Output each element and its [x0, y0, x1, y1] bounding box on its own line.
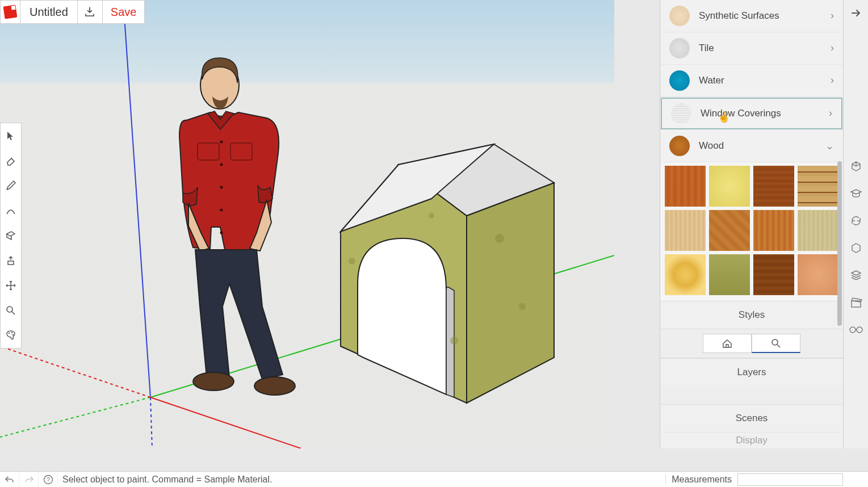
measurements-label: Measurements — [665, 475, 737, 485]
category-water[interactable]: Water › — [660, 65, 843, 97]
svg-point-23 — [193, 372, 234, 391]
help-button[interactable]: ? — [39, 472, 58, 488]
pushpull-tool[interactable] — [1, 248, 21, 273]
zoom-tool[interactable] — [1, 298, 21, 323]
styles-section-header[interactable]: Styles — [660, 301, 843, 329]
collapse-panel-button[interactable] — [849, 6, 863, 20]
wood-texture-1[interactable] — [665, 166, 706, 207]
layers-section-header[interactable]: Layers — [660, 358, 843, 386]
svg-point-28 — [11, 332, 12, 333]
move-icon — [5, 280, 16, 291]
wood-texture-5[interactable] — [665, 210, 706, 251]
pencil-icon — [5, 180, 16, 191]
rectangle-tool[interactable] — [1, 223, 21, 248]
styles-browse-tab[interactable] — [752, 334, 800, 353]
category-window-coverings[interactable]: Window Coverings › — [661, 98, 842, 129]
svg-line-0 — [123, 0, 150, 397]
category-label: Tile — [699, 43, 821, 54]
chevron-right-icon: › — [831, 10, 834, 22]
wood-texture-12[interactable] — [798, 254, 838, 295]
redo-button[interactable] — [19, 472, 39, 488]
save-button[interactable]: Save — [103, 0, 145, 24]
layers-icon — [850, 269, 862, 282]
svg-line-3 — [0, 397, 150, 437]
svg-point-12 — [429, 213, 434, 219]
svg-point-31 — [850, 327, 856, 333]
panel-scrollbar[interactable] — [836, 2, 842, 446]
scenes-section-header[interactable]: Scenes — [660, 404, 843, 432]
status-bar: ? Select object to paint. Command = Samp… — [0, 471, 868, 487]
refresh-icon — [850, 215, 862, 227]
instructor-button[interactable] — [849, 186, 863, 201]
svg-point-25 — [7, 307, 12, 312]
chevron-right-icon: › — [829, 107, 832, 119]
category-synthetic-surfaces[interactable]: Synthetic Surfaces › — [660, 0, 843, 32]
help-icon: ? — [43, 475, 53, 485]
display-section-header[interactable]: Display — [660, 432, 843, 448]
right-toolbar — [843, 0, 868, 448]
eraser-icon — [5, 155, 16, 166]
styles-home-tab[interactable] — [703, 334, 752, 353]
arc-tool[interactable] — [1, 198, 21, 223]
components-button[interactable] — [849, 213, 863, 228]
svg-point-13 — [495, 234, 504, 243]
wood-texture-11[interactable] — [753, 254, 794, 295]
svg-line-1 — [150, 397, 152, 448]
file-title[interactable]: Untitled — [20, 0, 78, 24]
chevron-right-icon: › — [831, 42, 834, 54]
magnify-icon — [5, 305, 16, 316]
move-tool[interactable] — [1, 273, 21, 298]
line-tool[interactable] — [1, 173, 21, 198]
top-bar: Untitled Save — [0, 0, 145, 24]
wood-texture-4[interactable] — [798, 166, 838, 207]
svg-point-34 — [772, 339, 778, 345]
swatch-icon — [669, 136, 690, 156]
entity-info-button[interactable] — [849, 159, 863, 174]
pointer-cursor-icon: ☝ — [716, 110, 731, 124]
wood-texture-9[interactable] — [665, 254, 706, 295]
category-wood[interactable]: Wood ⌄ — [660, 130, 843, 162]
wood-texture-6[interactable] — [709, 210, 750, 251]
swatch-icon — [669, 38, 690, 58]
svg-point-27 — [9, 333, 10, 334]
svg-marker-6 — [467, 183, 554, 403]
svg-point-19 — [220, 163, 223, 166]
paint-tool[interactable] — [1, 323, 21, 348]
undo-button[interactable] — [0, 472, 19, 488]
styles-tabs — [660, 329, 843, 358]
cube-info-icon — [850, 160, 862, 173]
svg-line-5 — [0, 346, 150, 397]
app-logo[interactable] — [0, 0, 20, 24]
clapper-icon — [850, 296, 862, 309]
wood-texture-2[interactable] — [709, 166, 750, 207]
svg-point-22 — [220, 232, 223, 234]
svg-point-29 — [12, 334, 14, 335]
wood-texture-10[interactable] — [709, 254, 750, 295]
wood-texture-3[interactable] — [753, 166, 794, 207]
rectangle-icon — [5, 230, 16, 241]
outliner-button[interactable] — [849, 241, 863, 255]
materials-panel: Synthetic Surfaces › Tile › Water › Wind… — [660, 0, 843, 448]
category-label: Wood — [699, 140, 816, 152]
viewport-3d[interactable] — [0, 0, 614, 448]
glasses-icon — [849, 325, 863, 334]
search-icon — [771, 338, 781, 349]
select-tool[interactable] — [1, 123, 21, 148]
home-icon — [722, 338, 732, 349]
measurements-input[interactable] — [737, 473, 843, 486]
svg-point-32 — [857, 327, 862, 333]
category-tile[interactable]: Tile › — [660, 32, 843, 65]
wood-texture-8[interactable] — [798, 210, 838, 251]
undo-icon — [5, 475, 15, 485]
display-button[interactable] — [849, 322, 863, 337]
chevron-right-icon: › — [831, 74, 834, 86]
layers-button[interactable] — [849, 268, 863, 283]
eraser-tool[interactable] — [1, 148, 21, 173]
scenes-button[interactable] — [849, 295, 863, 310]
download-button[interactable] — [78, 0, 103, 24]
wood-texture-grid — [660, 162, 843, 301]
scrollbar-thumb[interactable] — [837, 161, 842, 326]
wood-texture-7[interactable] — [753, 210, 794, 251]
svg-point-20 — [220, 186, 223, 189]
swatch-icon — [669, 70, 690, 91]
